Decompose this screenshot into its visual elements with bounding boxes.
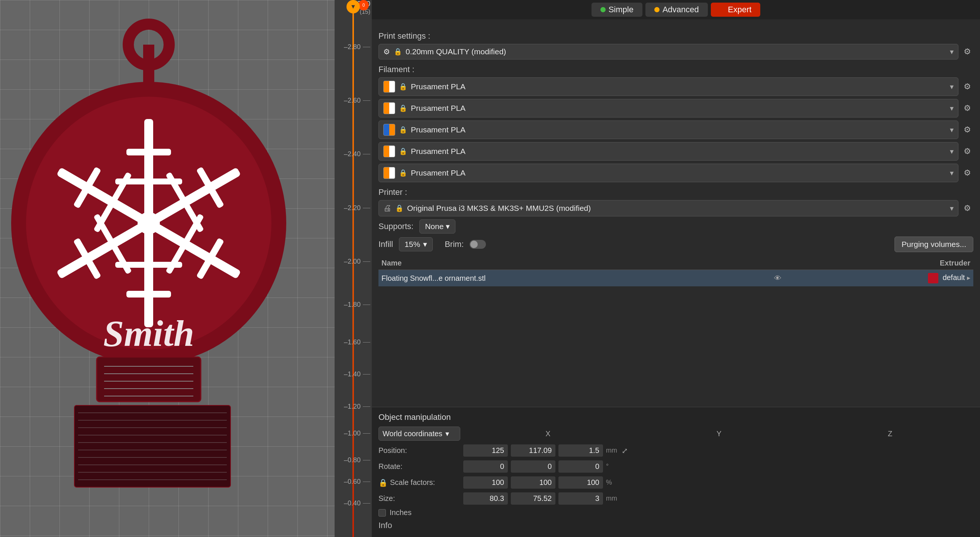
expert-mode-button[interactable]: Expert — [711, 3, 760, 17]
position-x-input[interactable] — [463, 445, 508, 457]
filament-select-5[interactable]: 🔒 Prusament PLA ▾ — [379, 164, 958, 182]
col-visibility — [771, 257, 801, 270]
supports-row: Supports: None ▾ — [379, 220, 973, 234]
brim-label: Brim: — [445, 239, 464, 249]
size-x-input[interactable] — [463, 492, 508, 505]
right-panel: Simple Advanced Expert Print settings : … — [372, 0, 980, 537]
inches-checkbox[interactable] — [379, 509, 386, 516]
size-label: Size: — [379, 494, 460, 503]
filament-select-1[interactable]: 🔒 Prusament PLA ▾ — [379, 77, 958, 96]
supports-chevron: ▾ — [446, 222, 450, 231]
filament-row-3: 🔒 Prusament PLA ▾ ⚙ — [379, 121, 973, 139]
printer-select[interactable]: 🖨 🔒 Original Prusa i3 MK3S & MK3S+ MMU2S… — [379, 200, 958, 217]
filament-gear-2[interactable]: ⚙ — [961, 101, 973, 115]
position-lock-icon[interactable]: ⤢ — [622, 446, 628, 455]
obj-visibility-cell: 👁 — [771, 270, 801, 287]
filament-row-5: 🔒 Prusament PLA ▾ ⚙ — [379, 164, 973, 182]
info-section-label: Info — [379, 517, 973, 532]
svg-rect-21 — [97, 357, 201, 402]
filament-chevron-5: ▾ — [950, 169, 954, 177]
slider-handle[interactable]: ▼ — [347, 0, 360, 13]
printer-gear-icon[interactable]: ⚙ — [961, 201, 973, 215]
filament-select-3[interactable]: 🔒 Prusament PLA ▾ — [379, 121, 958, 139]
print-settings-gear-icon[interactable]: ⚙ — [961, 45, 973, 59]
filament-swatch-2 — [383, 102, 395, 114]
advanced-mode-label: Advanced — [662, 5, 699, 14]
axis-x-header: X — [465, 430, 631, 438]
obj-color-swatch[interactable] — [928, 273, 939, 284]
purging-volumes-button[interactable]: Purging volumes... — [894, 236, 973, 252]
filament-chevron-2: ▾ — [950, 104, 954, 113]
printer-value: Original Prusa i3 MK3S & MK3S+ MMU2S (mo… — [407, 204, 946, 213]
filament-lock-4: 🔒 — [399, 147, 407, 155]
filament-gear-4[interactable]: ⚙ — [961, 144, 973, 158]
filament-swatch-4 — [383, 145, 395, 157]
filament-row-4: 🔒 Prusament PLA ▾ ⚙ — [379, 142, 973, 161]
filament-chevron-4: ▾ — [950, 147, 954, 156]
ruler-tick-140: –1.40 — [344, 370, 370, 378]
filament-name-5: Prusament PLA — [411, 169, 946, 177]
settings-area[interactable]: Print settings : ⚙ 🔒 0.20mm QUALITY (mod… — [372, 19, 980, 407]
filament-select-2[interactable]: 🔒 Prusament PLA ▾ — [379, 99, 958, 118]
rotate-x-input[interactable] — [463, 461, 508, 473]
filament-gear-5[interactable]: ⚙ — [961, 166, 973, 180]
simple-mode-dot — [600, 7, 606, 12]
position-z-input[interactable] — [558, 445, 603, 457]
svg-rect-3 — [143, 45, 154, 86]
scale-y-input[interactable] — [511, 476, 555, 489]
rotate-unit: ° — [606, 463, 609, 470]
ruler-tick-280: –2.80 — [344, 43, 370, 51]
filament-gear-1[interactable]: ⚙ — [961, 80, 973, 94]
scale-lock-icon[interactable]: 🔒 — [379, 478, 388, 487]
print-settings-row: ⚙ 🔒 0.20mm QUALITY (modified) ▾ ⚙ — [379, 44, 973, 59]
simple-mode-button[interactable]: Simple — [592, 3, 643, 17]
scale-x-input[interactable] — [463, 476, 508, 489]
filament-name-2: Prusament PLA — [411, 104, 946, 113]
table-row[interactable]: Floating Snowfl...e ornament.stl 👁 defau… — [379, 270, 973, 287]
size-z-input[interactable] — [558, 492, 603, 505]
print-settings-select[interactable]: ⚙ 🔒 0.20mm QUALITY (modified) ▾ — [379, 44, 958, 59]
supports-dropdown[interactable]: None ▾ — [419, 220, 455, 234]
filament-swatch-3 — [383, 124, 395, 136]
ruler: 3.00 (15) ▼ 0 –2.80 –2.60 –2.40 –2.20 –2… — [335, 0, 372, 537]
supports-value: None — [425, 222, 444, 231]
scale-z-input[interactable] — [558, 476, 603, 489]
coord-selector[interactable]: World coordinates ▾ — [379, 427, 460, 441]
inches-label: Inches — [390, 508, 412, 517]
filament-select-4[interactable]: 🔒 Prusament PLA ▾ — [379, 142, 958, 161]
scale-unit: % — [606, 479, 612, 486]
infill-select[interactable]: 15% ▾ — [399, 237, 433, 252]
rotate-y-input[interactable] — [511, 461, 555, 473]
visibility-icon[interactable]: 👁 — [774, 274, 781, 282]
filament-chevron-3: ▾ — [950, 125, 954, 134]
size-y-input[interactable] — [511, 492, 555, 505]
mode-bar: Simple Advanced Expert — [372, 0, 980, 19]
rotate-label: Rotate: — [379, 462, 460, 471]
brim-toggle[interactable] — [469, 240, 486, 249]
scale-label-container: 🔒 Scale factors: — [379, 478, 460, 487]
position-y-input[interactable] — [511, 445, 555, 457]
filament-swatch-5 — [383, 167, 395, 179]
advanced-mode-button[interactable]: Advanced — [645, 3, 708, 17]
svg-text:Smith: Smith — [103, 313, 194, 354]
filament-lock-3: 🔒 — [399, 126, 407, 134]
ruler-tick-240: –2.40 — [344, 150, 370, 158]
object-manipulation-panel: Object manipulation World coordinates ▾ … — [372, 407, 980, 537]
inches-row: Inches — [379, 508, 973, 517]
3d-viewport[interactable]: Smith — [0, 0, 335, 537]
ruler-tick-220: –2.20 — [344, 204, 370, 212]
obj-name-text: Floating Snowfl...e ornament.stl — [382, 274, 485, 282]
ruler-tick-100: –1.00 — [344, 430, 370, 437]
printer-chevron: ▾ — [950, 204, 954, 213]
filament-label: Filament : — [379, 65, 973, 74]
filament-row-1: 🔒 Prusament PLA ▾ ⚙ — [379, 77, 973, 96]
filament-name-4: Prusament PLA — [411, 147, 946, 156]
col-extruder: Extruder — [801, 257, 973, 270]
rotate-z-input[interactable] — [558, 461, 603, 473]
advanced-mode-dot — [654, 7, 660, 12]
printer-lock: 🔒 — [395, 204, 403, 212]
print-settings-label: Print settings : — [379, 31, 973, 41]
obj-extruder-arrow[interactable]: ▸ — [967, 274, 970, 282]
position-label: Position: — [379, 446, 460, 455]
filament-gear-3[interactable]: ⚙ — [961, 123, 973, 137]
